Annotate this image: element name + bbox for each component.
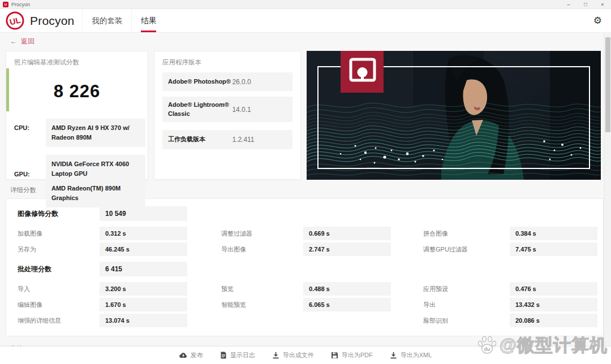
metric-value: 6 415 — [100, 262, 187, 276]
metric-row: 编辑图像 1.670 s 智能预览 6.065 s 导出 13.432 s — [6, 298, 603, 311]
metric-label: 脸部识别 — [423, 317, 510, 325]
gpu-value-2: AMD Radeon(TM) 890M Graphics — [51, 184, 140, 203]
version-value: 1.2.411 — [232, 136, 254, 144]
publish-label: 发布 — [191, 351, 203, 359]
metric-label: 预览 — [221, 285, 303, 293]
metric-value: 2.747 s — [303, 242, 391, 256]
back-bar: ← 返回 — [0, 33, 611, 50]
hero-illustration — [307, 51, 601, 180]
export-pdf-label: 导出为PDF — [342, 351, 373, 359]
metric-label: 增强的详细信息 — [18, 317, 100, 325]
brand: UL Procyon — [0, 9, 82, 32]
brand-name: Procyon — [30, 14, 74, 28]
window-controls: – □ × — [560, 2, 611, 7]
gpu-value-1: NVIDIA GeForce RTX 4060 Laptop GPU — [51, 159, 140, 179]
metric-label: 调整GPU过滤器 — [423, 245, 510, 254]
scrollbar-thumb[interactable] — [605, 37, 610, 132]
metric-row: 增强的详细信息 13.074 s 脸部识别 20.086 s — [6, 314, 603, 327]
score-row: 图像修饰分数 10 549 — [6, 206, 603, 221]
download-icon — [390, 352, 397, 359]
metric-label: 调整过滤器 — [221, 229, 303, 238]
metric-value: 46.245 s — [100, 242, 187, 256]
tab-my-suites[interactable]: 我的套装 — [82, 9, 131, 32]
window-title: Procyon — [11, 2, 30, 7]
metric-label: 编辑图像 — [18, 301, 100, 309]
version-label: Adobe® Photoshop® — [168, 77, 232, 86]
metric-label: 应用预设 — [423, 285, 510, 293]
metric-value: 13.432 s — [510, 298, 597, 311]
metric-label: 图像修饰分数 — [18, 209, 100, 219]
svg-text:UL: UL — [8, 15, 21, 27]
metric-row: 导入 3.200 s 预览 0.488 s 应用预设 0.476 s — [6, 282, 603, 296]
metric-value: 0.384 s — [510, 227, 597, 240]
metric-value: 20.086 s — [510, 314, 597, 327]
cpu-label: CPU: — [14, 119, 46, 147]
footer-toolbar: 发布 显示日志 导出成文件 导出为PDF 导 — [0, 346, 611, 364]
metric-label: 导入 — [18, 285, 100, 293]
metric-value: 0.669 s — [303, 227, 391, 240]
metric-value: 3.200 s — [100, 282, 187, 296]
metric-value: 0.476 s — [510, 282, 597, 296]
export-xml-label: 导出为XML — [401, 351, 432, 359]
score-row: 批处理分数 6 415 — [6, 262, 603, 276]
cpu-row: CPU: AMD Ryzen AI 9 HX 370 w/ Radeon 890… — [6, 119, 145, 147]
export-file-button[interactable]: 导出成文件 — [272, 351, 314, 359]
download-icon — [272, 352, 279, 359]
metric-label: 导出 — [423, 301, 510, 309]
metric-value: 10 549 — [100, 206, 187, 221]
gpu-value: NVIDIA GeForce RTX 4060 Laptop GPU AMD R… — [46, 155, 145, 207]
log-document-icon — [220, 352, 227, 359]
cpu-value: AMD Ryzen AI 9 HX 370 w/ Radeon 890M — [46, 119, 145, 147]
back-arrow-icon: ← — [10, 37, 17, 45]
maximize-button[interactable]: □ — [577, 2, 594, 7]
export-xml-button[interactable]: 导出为XML — [390, 351, 432, 359]
version-value: 14.0.1 — [232, 106, 251, 114]
ul-logo-icon: UL — [6, 11, 24, 30]
gpu-row: GPU: NVIDIA GeForce RTX 4060 Laptop GPU … — [6, 155, 145, 207]
scrollbar-track[interactable] — [604, 33, 611, 346]
gpu-label: GPU: — [14, 155, 46, 207]
metric-row: 另存为 46.245 s 导出图像 2.747 s 调整GPU过滤器 7.475… — [6, 242, 603, 256]
summary-row: 照片编辑基准测试分数 8 226 CPU: AMD Ryzen AI 9 HX … — [6, 51, 604, 180]
show-log-label: 显示日志 — [230, 351, 255, 359]
metric-label: 拼合图像 — [423, 229, 510, 238]
close-button[interactable]: × — [594, 2, 611, 7]
back-label: 返回 — [21, 37, 35, 46]
show-log-button[interactable]: 显示日志 — [220, 351, 255, 359]
version-row: Adobe® Photoshop® 26.0.0 — [162, 72, 292, 91]
export-pdf-button[interactable]: 导出为PDF — [331, 351, 373, 359]
minimize-button[interactable]: – — [560, 2, 577, 7]
metric-label: 导出图像 — [221, 245, 303, 254]
metric-value: 0.488 s — [303, 282, 391, 296]
metric-value: 1.670 s — [100, 298, 187, 311]
version-row: Adobe® Lightroom® Classic 14.0.1 — [162, 97, 292, 122]
version-row: 工作负载版本 1.2.411 — [162, 130, 292, 149]
benchmark-hero-image — [307, 51, 601, 180]
app-header: UL Procyon 我的套装 结果 ⚙ — [0, 9, 611, 33]
metric-value: 0.312 s — [100, 227, 187, 240]
cloud-upload-icon — [179, 352, 187, 359]
metric-label: 加载图像 — [18, 229, 100, 238]
os-titlebar: U Procyon – □ × — [0, 0, 611, 9]
main-tabs: 我的套装 结果 — [82, 9, 165, 32]
score-accent-bar — [6, 68, 9, 111]
metric-label: 另存为 — [18, 245, 100, 254]
app-versions-card: 应用程序版本 Adobe® Photoshop® 26.0.0 Adobe® L… — [154, 51, 301, 180]
procyon-badge-icon — [341, 51, 384, 93]
back-link[interactable]: ← 返回 — [10, 37, 35, 46]
versions-card-title: 应用程序版本 — [154, 51, 300, 67]
metric-label: 批处理分数 — [18, 265, 100, 274]
settings-gear-icon[interactable]: ⚙ — [593, 9, 611, 32]
export-file-label: 导出成文件 — [283, 351, 314, 359]
tab-results[interactable]: 结果 — [131, 9, 165, 32]
version-value: 26.0.0 — [232, 78, 251, 86]
metric-value: 6.065 s — [303, 298, 391, 311]
app-mini-icon: U — [3, 2, 8, 7]
version-label: Adobe® Lightroom® Classic — [168, 101, 232, 118]
metric-value: 13.074 s — [100, 314, 187, 327]
benchmark-score-card: 照片编辑基准测试分数 8 226 CPU: AMD Ryzen AI 9 HX … — [6, 51, 148, 180]
detailed-scores-card: 图像修饰分数 10 549 加载图像 0.312 s 调整过滤器 0.669 s… — [6, 198, 604, 336]
version-label: 工作负载版本 — [168, 135, 232, 144]
publish-button[interactable]: 发布 — [179, 351, 203, 359]
save-icon — [331, 352, 338, 359]
